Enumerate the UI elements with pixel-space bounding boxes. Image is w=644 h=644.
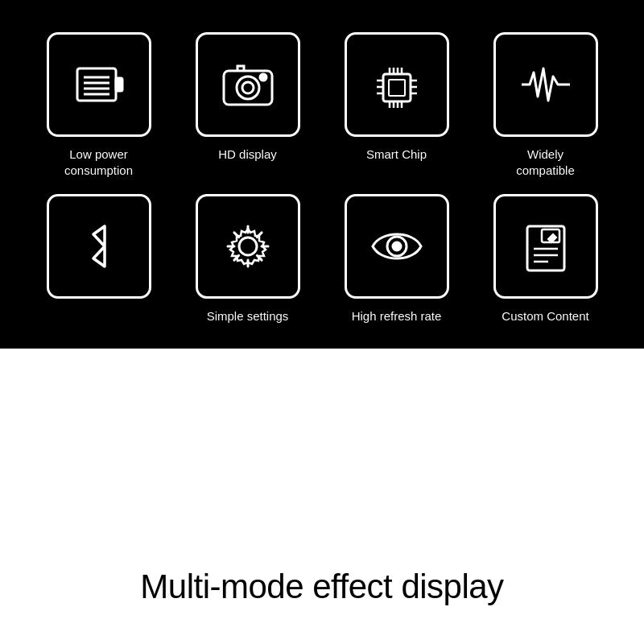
feature-grid-row1: Low power consumption HD display bbox=[32, 32, 612, 178]
smart-chip-label: Smart Chip bbox=[366, 147, 427, 163]
camera-icon bbox=[220, 56, 276, 113]
high-refresh-label: High refresh rate bbox=[352, 308, 442, 324]
bottom-title: Multi-mode effect display bbox=[140, 568, 503, 606]
hd-display-icon-box bbox=[196, 32, 300, 137]
custom-content-label: Custom Content bbox=[502, 308, 588, 324]
feature-grid-row2: Simple settings High refresh rate bbox=[32, 194, 612, 324]
svg-rect-11 bbox=[389, 80, 405, 96]
svg-point-7 bbox=[237, 76, 259, 99]
svg-rect-10 bbox=[383, 74, 411, 101]
widely-compatible-label: Widely compatible bbox=[516, 147, 575, 178]
svg-point-8 bbox=[242, 82, 254, 93]
feature-high-refresh: High refresh rate bbox=[330, 194, 463, 324]
eye-icon bbox=[369, 218, 425, 275]
svg-point-26 bbox=[239, 237, 257, 255]
top-section: Low power consumption HD display bbox=[0, 0, 644, 349]
battery-icon bbox=[71, 56, 127, 113]
widely-compatible-icon-box bbox=[493, 32, 598, 137]
bluetooth-icon bbox=[71, 218, 127, 275]
svg-rect-0 bbox=[77, 68, 116, 101]
chip-icon bbox=[369, 56, 425, 113]
waveform-icon bbox=[518, 56, 574, 113]
feature-widely-compatible: Widely compatible bbox=[479, 32, 612, 178]
custom-content-icon-box bbox=[493, 194, 598, 299]
svg-rect-1 bbox=[116, 78, 122, 91]
feature-low-power: Low power consumption bbox=[32, 32, 165, 178]
high-refresh-icon-box bbox=[345, 194, 449, 299]
feature-bluetooth bbox=[32, 194, 165, 324]
gear-icon bbox=[220, 218, 276, 275]
hd-display-label: HD display bbox=[218, 147, 277, 163]
edit-document-icon bbox=[518, 218, 574, 275]
simple-settings-label: Simple settings bbox=[207, 308, 289, 324]
feature-hd-display: HD display bbox=[181, 32, 314, 178]
low-power-label: Low power consumption bbox=[64, 147, 133, 178]
smart-chip-icon-box bbox=[345, 32, 449, 137]
feature-simple-settings: Simple settings bbox=[181, 194, 314, 324]
feature-custom-content: Custom Content bbox=[479, 194, 612, 324]
svg-point-9 bbox=[260, 74, 266, 80]
feature-smart-chip: Smart Chip bbox=[330, 32, 463, 178]
bottom-section: Multi-mode effect display bbox=[0, 349, 644, 645]
simple-settings-icon-box bbox=[196, 194, 300, 299]
svg-point-29 bbox=[393, 242, 401, 250]
bluetooth-icon-box bbox=[47, 194, 151, 299]
low-power-icon-box bbox=[47, 32, 151, 137]
